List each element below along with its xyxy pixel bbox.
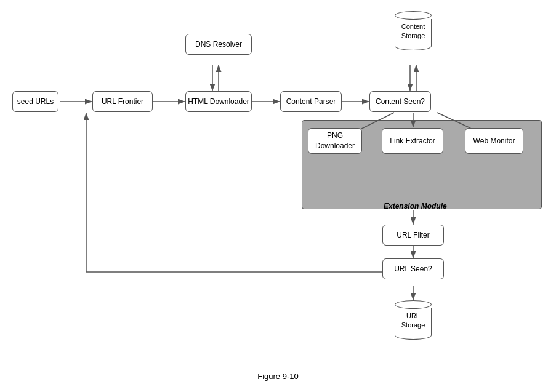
url-frontier-node: URL Frontier xyxy=(92,91,153,112)
dns-resolver-node: DNS Resolver xyxy=(185,34,252,55)
url-storage-cylinder: URLStorage xyxy=(395,300,432,340)
png-downloader-node: PNG Downloader xyxy=(308,128,362,154)
content-storage-cylinder: ContentStorage xyxy=(395,11,432,50)
content-seen-node: Content Seen? xyxy=(369,91,431,112)
figure-caption: Figure 9-10 xyxy=(0,372,556,381)
seed-urls-node: seed URLs xyxy=(12,91,58,112)
content-parser-node: Content Parser xyxy=(280,91,342,112)
architecture-diagram: Extension Module xyxy=(0,0,556,392)
url-seen-node: URL Seen? xyxy=(382,258,444,279)
link-extractor-node: Link Extractor xyxy=(382,128,443,154)
html-downloader-node: HTML Downloader xyxy=(185,91,252,112)
extension-module-label: Extension Module xyxy=(384,202,447,210)
url-filter-node: URL Filter xyxy=(382,225,444,246)
web-monitor-node: Web Monitor xyxy=(465,128,523,154)
